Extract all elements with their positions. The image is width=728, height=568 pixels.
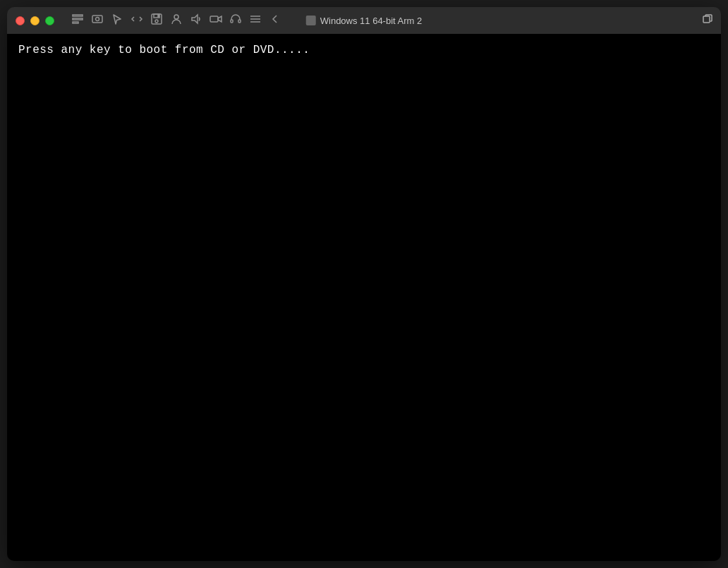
- sidebar-toggle-icon[interactable]: [71, 13, 84, 28]
- screenshot-icon[interactable]: [91, 13, 104, 28]
- svg-point-4: [96, 18, 99, 21]
- app-window: Windows 11 64-bit Arm 2 Press any key to…: [7, 7, 721, 561]
- svg-rect-0: [73, 15, 83, 16]
- restore-button[interactable]: [703, 14, 712, 27]
- window-title: Windows 11 64-bit Arm 2: [306, 16, 423, 26]
- svg-rect-7: [158, 15, 159, 17]
- headphones-icon[interactable]: [229, 13, 242, 28]
- titlebar: Windows 11 64-bit Arm 2: [7, 7, 721, 34]
- svg-marker-10: [192, 15, 198, 23]
- svg-point-8: [155, 20, 158, 23]
- svg-rect-14: [238, 20, 241, 23]
- boot-message: Press any key to boot from CD or DVD....…: [18, 44, 310, 56]
- list-icon[interactable]: [249, 13, 262, 28]
- camera-icon[interactable]: [210, 13, 222, 28]
- traffic-lights: [16, 16, 54, 25]
- toolbar: [71, 13, 281, 28]
- person-icon[interactable]: [170, 13, 183, 28]
- volume-icon[interactable]: [190, 13, 202, 28]
- disk-icon[interactable]: [150, 13, 163, 28]
- close-button[interactable]: [16, 16, 25, 25]
- svg-rect-2: [73, 22, 78, 23]
- svg-marker-12: [218, 16, 222, 22]
- minimize-button[interactable]: [30, 16, 40, 25]
- svg-rect-3: [92, 16, 102, 23]
- svg-rect-18: [703, 16, 710, 23]
- svg-point-9: [174, 15, 178, 19]
- title-label: Windows 11 64-bit Arm 2: [320, 16, 423, 26]
- code-icon[interactable]: [131, 13, 143, 28]
- title-icon: [306, 16, 316, 25]
- svg-rect-13: [231, 20, 233, 23]
- maximize-button[interactable]: [45, 16, 54, 25]
- cursor-icon[interactable]: [111, 13, 123, 28]
- back-icon[interactable]: [269, 13, 281, 28]
- svg-rect-11: [210, 16, 218, 22]
- terminal-screen[interactable]: Press any key to boot from CD or DVD....…: [7, 34, 721, 561]
- svg-rect-1: [73, 18, 83, 20]
